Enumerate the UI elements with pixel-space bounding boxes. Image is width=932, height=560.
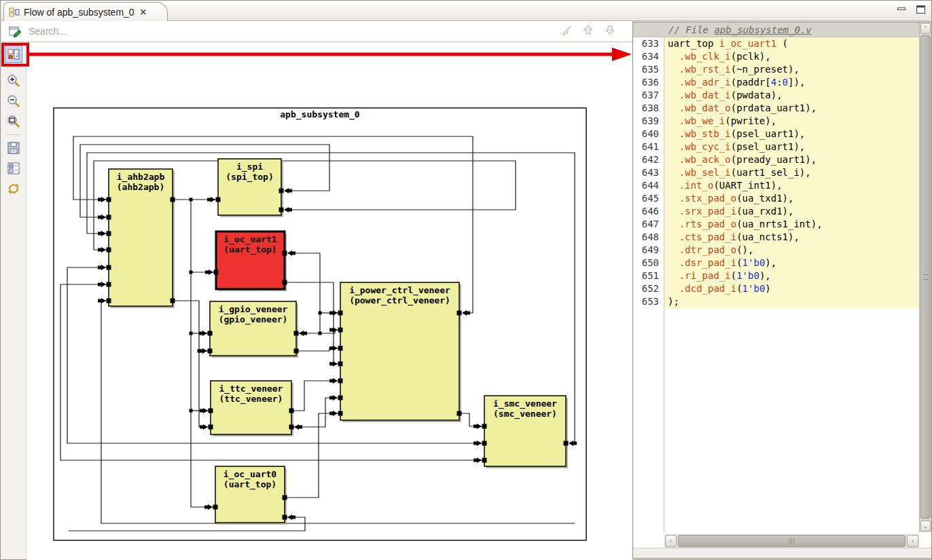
- zoom-fit-button[interactable]: [5, 113, 22, 130]
- code-token: (psel_uart1),: [731, 141, 806, 152]
- code-token: (ua_txd1),: [736, 193, 793, 204]
- port-stub: [473, 442, 477, 445]
- zoom-in-button[interactable]: [5, 72, 22, 90]
- next-arrow-icon[interactable]: [604, 24, 616, 36]
- scroll-left-icon[interactable]: ‹: [665, 535, 677, 547]
- line-number: 642: [633, 153, 659, 166]
- code-token: (~n_preset),: [731, 64, 800, 75]
- block-instance-label: i_oc_uart0: [223, 469, 276, 480]
- horizontal-scroll-thumb[interactable]: |||: [678, 535, 906, 547]
- block-i_oc_uart0[interactable]: i_oc_uart0(uart_top): [204, 466, 295, 525]
- panel-footer: [633, 548, 931, 558]
- block-i_smc_veneer[interactable]: i_smc_veneer(smc_veneer): [473, 396, 577, 468]
- show-source-icon: i: [7, 49, 20, 60]
- code-token: );: [668, 296, 679, 307]
- search-input[interactable]: Search...: [29, 26, 67, 37]
- port-stub: [329, 312, 333, 315]
- code-token: .wb_ack_o: [679, 154, 731, 165]
- show-source-button[interactable]: i: [5, 45, 22, 63]
- port-arrow-in: [209, 269, 213, 275]
- schematic-canvas[interactable]: apb_subsystem_0i_ahb2apb(ahb2apb)i_spi(s…: [26, 43, 632, 560]
- port-arrow-in: [211, 197, 215, 202]
- wire-junction: [190, 198, 193, 202]
- port-pin: [283, 515, 287, 520]
- port-stub: [329, 412, 333, 415]
- code-token: (uart1_sel_i),: [731, 167, 811, 178]
- wire: [173, 301, 211, 427]
- code-token: .wb_rst_i: [679, 64, 731, 75]
- port-stub: [98, 232, 101, 236]
- minimize-icon[interactable]: [897, 7, 906, 10]
- port-arrow-in: [294, 424, 299, 430]
- block-i_ahb2apb[interactable]: i_ahb2apb(ahb2apb): [98, 169, 175, 308]
- scroll-up-icon[interactable]: ⌃: [920, 23, 931, 34]
- options-button[interactable]: [5, 160, 22, 177]
- file-header: // File apb_subsystem_0.v: [633, 22, 919, 37]
- code-line: .ri_pad_i(1'b0),: [664, 269, 919, 282]
- port-stub: [289, 208, 292, 212]
- code-line: .wb_dat_o(prdata_uart1),: [664, 102, 919, 115]
- port-stub: [573, 442, 577, 445]
- options-form-icon: [7, 162, 20, 174]
- code-token: (pready_uart1),: [731, 154, 817, 165]
- port-pin: [216, 198, 221, 202]
- save-button[interactable]: [5, 139, 22, 157]
- code-line: .srx_pad_i(ua_rxd1),: [664, 205, 919, 218]
- code-token: [668, 231, 679, 242]
- port-pin: [482, 441, 487, 446]
- port-pin: [338, 362, 343, 367]
- line-number: 648: [633, 231, 659, 244]
- file-link[interactable]: apb_subsystem_0.v: [714, 24, 811, 35]
- code-token: (ua_rxd1),: [736, 206, 793, 217]
- port-stub: [329, 347, 333, 350]
- block-i_spi[interactable]: i_spi(spi_top): [207, 159, 292, 217]
- block-module-label: (spi_top): [226, 172, 273, 183]
- horizontal-scrollbar[interactable]: ‹ ||| ›: [664, 534, 919, 548]
- code-token: [668, 77, 679, 88]
- zoom-out-button[interactable]: [5, 92, 22, 110]
- port-stub: [292, 516, 295, 519]
- block-i_oc_uart1[interactable]: i_oc_uart1(uart_top): [205, 231, 295, 291]
- code-token: [668, 283, 679, 294]
- port-arrow-in: [333, 310, 338, 316]
- toolbar-separator: [7, 67, 20, 68]
- code-token: (: [731, 270, 736, 281]
- code-token: .stx_pad_o: [679, 193, 736, 204]
- port-pin: [338, 411, 343, 416]
- block-i_power_ctrl_veneer[interactable]: i_power_ctrl_veneer(power_ctrl_veneer): [329, 282, 470, 422]
- port-stub: [467, 312, 470, 315]
- code-token: .dcd_pad_i: [679, 283, 736, 294]
- code-token: .wb_adr_i: [679, 77, 731, 88]
- new-search-icon[interactable]: [9, 25, 22, 37]
- vertical-scroll-thumb[interactable]: [920, 35, 931, 519]
- maximize-icon[interactable]: [916, 5, 925, 14]
- scroll-down-icon[interactable]: ⌄: [920, 521, 931, 531]
- tab-flow-view[interactable]: Flow of apb_subsystem_0 ✕: [3, 2, 168, 21]
- tab-close-icon[interactable]: ✕: [140, 7, 147, 17]
- port-pin: [338, 346, 343, 351]
- clear-search-icon[interactable]: [560, 24, 573, 36]
- port-pin: [171, 299, 175, 303]
- port-stub: [199, 350, 202, 353]
- code-token: (psel_uart1),: [731, 128, 806, 139]
- code-token: ]),: [788, 77, 805, 88]
- port-arrow-in: [333, 411, 338, 416]
- code-token: (pwdata),: [731, 90, 783, 100]
- code-token: [668, 51, 679, 62]
- port-pin: [338, 311, 343, 316]
- port-pin: [107, 215, 111, 220]
- port-arrow-in: [101, 197, 106, 202]
- scroll-right-icon[interactable]: ›: [907, 535, 918, 547]
- block-i_ttc_veneer[interactable]: i_ttc_veneer(ttc_veneer): [200, 381, 302, 436]
- port-arrow-in: [101, 231, 106, 236]
- zoom-fit-icon: [7, 115, 20, 128]
- code-token: [668, 244, 679, 255]
- refresh-button[interactable]: [5, 180, 22, 198]
- port-pin: [289, 425, 294, 430]
- previous-arrow-icon[interactable]: [582, 24, 594, 36]
- code-token: (pclk),: [731, 51, 771, 62]
- port-pin: [294, 349, 299, 354]
- code-token: [668, 219, 679, 229]
- vertical-scrollbar[interactable]: ⌃ ⌄: [919, 22, 931, 532]
- block-i_gpio_veneer[interactable]: i_gpio_veneer(gpio_veneer): [199, 301, 307, 358]
